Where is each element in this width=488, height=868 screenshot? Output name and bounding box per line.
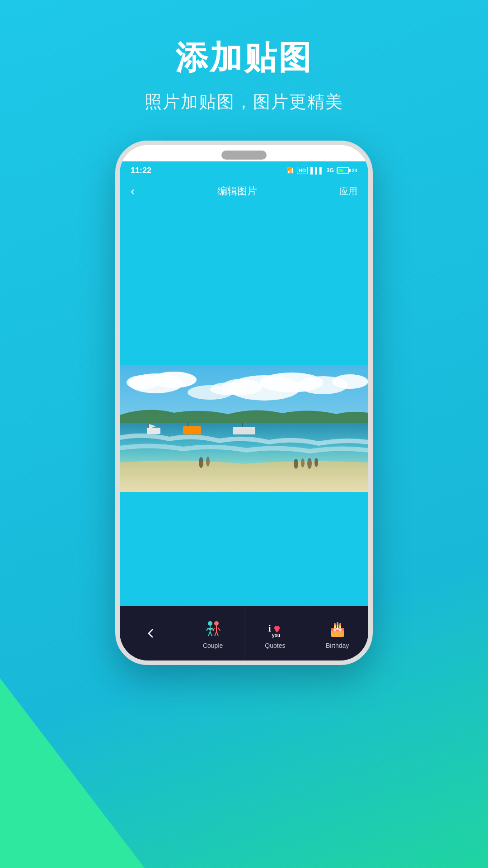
svg-line-34 [216, 632, 218, 636]
svg-point-23 [307, 458, 312, 469]
svg-point-2 [151, 372, 197, 388]
svg-point-21 [294, 459, 298, 469]
svg-point-31 [214, 621, 219, 626]
battery-fill [338, 169, 343, 172]
svg-rect-13 [148, 424, 149, 428]
svg-line-28 [210, 632, 212, 636]
status-icons: 📶 HD ▌▌▌ 3G 24 [286, 167, 357, 174]
battery-icon [337, 167, 349, 174]
main-title: 添加贴图 [0, 36, 488, 80]
svg-rect-15 [183, 426, 201, 434]
svg-point-20 [206, 457, 210, 467]
phone-mockup: 11:22 📶 HD ▌▌▌ 3G 24 ‹ 编辑图片 应用 [115, 141, 373, 665]
image-canvas [120, 205, 368, 606]
phone-bottom-toolbar: Couple i you Quotes [120, 606, 368, 660]
svg-point-45 [337, 622, 338, 625]
phone-screen: 11:22 📶 HD ▌▌▌ 3G 24 ‹ 编辑图片 应用 [120, 161, 368, 660]
wifi-icon: 📶 [286, 167, 294, 174]
signal-icon: ▌▌▌ [310, 167, 324, 174]
status-time: 11:22 [131, 166, 151, 175]
toolbar-item-birthday[interactable]: Birthday [306, 606, 368, 660]
hd-badge: HD [297, 167, 308, 174]
svg-rect-39 [331, 630, 344, 637]
bg-triangle [0, 678, 145, 868]
title-area: 添加贴图 照片加贴图，图片更精美 [0, 0, 488, 132]
beach-photo [120, 365, 368, 492]
svg-point-25 [208, 621, 212, 626]
svg-point-10 [210, 382, 246, 395]
birthday-icon [328, 618, 347, 640]
svg-line-36 [218, 628, 220, 631]
content-area [120, 205, 368, 606]
svg-point-49 [339, 628, 342, 631]
svg-line-27 [208, 632, 210, 636]
svg-text:i: i [268, 623, 271, 633]
svg-point-3 [127, 375, 158, 390]
svg-text:you: you [272, 633, 280, 638]
svg-rect-18 [242, 423, 243, 427]
status-bar: 11:22 📶 HD ▌▌▌ 3G 24 [120, 161, 368, 179]
svg-point-24 [314, 458, 318, 467]
svg-point-8 [332, 374, 368, 389]
svg-point-22 [301, 458, 305, 467]
couple-icon [203, 618, 223, 640]
svg-rect-16 [188, 422, 188, 426]
toolbar-item-couple[interactable]: Couple [182, 606, 244, 660]
back-icon [144, 622, 157, 645]
svg-point-19 [199, 457, 203, 468]
apply-button[interactable]: 应用 [339, 185, 357, 198]
toolbar-item-quotes[interactable]: i you Quotes [244, 606, 307, 660]
battery-label: 24 [352, 168, 357, 173]
beach-svg [120, 365, 368, 492]
quotes-label: Quotes [265, 642, 285, 649]
svg-point-47 [333, 628, 336, 631]
phone-top-bar [120, 145, 368, 161]
birthday-label: Birthday [326, 642, 349, 649]
sub-title: 照片加贴图，图片更精美 [0, 90, 488, 113]
svg-point-48 [336, 627, 339, 630]
earpiece [221, 151, 267, 160]
nav-bar: ‹ 编辑图片 应用 [120, 179, 368, 205]
svg-point-44 [334, 623, 336, 626]
svg-line-33 [215, 632, 216, 636]
svg-point-46 [339, 623, 341, 626]
svg-rect-12 [147, 428, 160, 434]
nav-title: 编辑图片 [217, 184, 257, 198]
couple-label: Couple [203, 642, 223, 649]
svg-rect-17 [233, 427, 255, 434]
toolbar-back-button[interactable] [120, 606, 182, 660]
quotes-icon: i you [265, 618, 285, 640]
svg-line-29 [206, 628, 208, 631]
network-icon: 3G [327, 167, 334, 174]
back-button[interactable]: ‹ [131, 184, 135, 198]
